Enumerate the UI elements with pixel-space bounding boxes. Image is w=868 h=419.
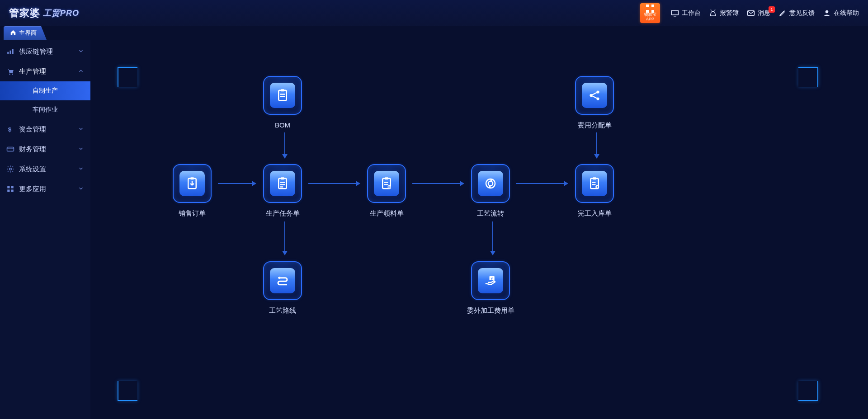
tabstrip: 主界面 (0, 26, 868, 40)
svg-rect-19 (278, 90, 287, 101)
workflow-canvas: BOM 费用分配单 销售订单 (90, 40, 868, 419)
arrow-down-icon (594, 132, 599, 159)
brand-logo: 管家婆 工贸PRO (9, 6, 79, 20)
sidebar-item-selfmade-label: 自制生产 (33, 87, 58, 95)
node-finish-in[interactable]: 完工入库单 (570, 164, 619, 218)
node-process-route-label: 工艺路线 (269, 306, 296, 315)
header-alarmbook[interactable]: 报警簿 (709, 9, 739, 17)
grid-icon (6, 185, 14, 193)
sidebar-item-workshop[interactable]: 车间作业 (0, 100, 90, 119)
node-routing-flow[interactable]: 工艺流转 (466, 164, 515, 218)
card-icon (6, 145, 14, 153)
arrow-down-icon (490, 221, 495, 255)
qr-icon (646, 5, 654, 13)
arrow-right-icon (218, 181, 256, 186)
node-prod-task[interactable]: 生产任务单 (258, 164, 307, 218)
arrow-down-icon (282, 221, 288, 255)
header-help-label: 在线帮助 (834, 9, 859, 17)
clipboard-list-icon (270, 171, 295, 196)
canvas-frame: BOM 费用分配单 销售订单 (118, 67, 818, 401)
sidebar-item-workshop-label: 车间作业 (33, 106, 58, 114)
arrow-right-icon (412, 181, 464, 186)
svg-rect-29 (190, 177, 194, 179)
app-badge-line2: APP (646, 17, 654, 22)
svg-rect-17 (7, 190, 9, 192)
header-help[interactable]: 在线帮助 (823, 9, 859, 17)
sidebar-group-system[interactable]: 系统设置 (0, 159, 90, 179)
node-prod-task-label: 生产任务单 (266, 209, 300, 218)
header-workbench[interactable]: 工作台 (671, 9, 701, 17)
chevron-down-icon (78, 185, 84, 193)
svg-rect-20 (281, 89, 284, 91)
clipboard-pick-icon: 领 (374, 171, 399, 196)
svg-rect-15 (7, 186, 9, 188)
app-header: 管家婆 工贸PRO 物联宝 APP 工作台 报警簿 消息 1 (0, 0, 868, 26)
sidebar-group-moreapps[interactable]: 更多应用 (0, 179, 90, 199)
svg-rect-0 (672, 10, 679, 15)
node-sales-order-label: 销售订单 (179, 209, 206, 218)
iot-app-badge[interactable]: 物联宝 APP (640, 3, 660, 23)
svg-rect-6 (7, 52, 9, 54)
messages-badge: 1 (769, 6, 775, 13)
node-material-req[interactable]: 领 生产领料单 (362, 164, 411, 218)
svg-rect-18 (11, 190, 14, 192)
arrow-right-icon (308, 181, 360, 186)
svg-point-9 (9, 74, 10, 75)
sidebar-group-moreapps-label: 更多应用 (19, 185, 46, 193)
svg-text:$: $ (8, 126, 12, 133)
arrow-right-icon (516, 181, 568, 186)
frame-corner (798, 381, 818, 401)
monitor-icon (671, 9, 679, 17)
edit-icon (778, 9, 787, 17)
svg-rect-36 (385, 177, 388, 179)
chevron-down-icon (78, 48, 84, 56)
sidebar-group-production[interactable]: 生产管理 (0, 61, 90, 81)
svg-rect-7 (10, 51, 11, 54)
clipboard-icon (270, 83, 295, 108)
sidebar-item-selfmade[interactable]: 自制生产 (0, 81, 90, 100)
svg-rect-8 (12, 49, 14, 54)
mail-icon (747, 9, 755, 17)
svg-rect-31 (281, 177, 284, 179)
sidebar-group-fund[interactable]: $ 资金管理 (0, 119, 90, 139)
clipboard-download-icon (179, 171, 205, 196)
node-material-req-label: 生产领料单 (370, 209, 404, 218)
svg-point-10 (12, 74, 13, 75)
header-actions: 物联宝 APP 工作台 报警簿 消息 1 意见反馈 (640, 3, 859, 23)
node-bom[interactable]: BOM (258, 76, 307, 129)
brand-product: 工贸PRO (43, 8, 79, 19)
node-outsource-fee[interactable]: ¥ 委外加工费用单 (466, 261, 515, 315)
node-sales-order[interactable]: 销售订单 (167, 164, 217, 218)
home-icon (10, 29, 16, 37)
tab-main[interactable]: 主界面 (4, 26, 47, 40)
header-messages[interactable]: 消息 1 (747, 9, 770, 17)
arrow-down-icon (282, 132, 288, 159)
sidebar-group-supply[interactable]: 供应链管理 (0, 42, 90, 61)
sidebar-production-children: 自制生产 车间作业 (0, 81, 90, 119)
chevron-down-icon (78, 146, 84, 153)
frame-corner (118, 381, 137, 401)
hand-money-icon: ¥ (478, 268, 503, 293)
sidebar-group-supply-label: 供应链管理 (19, 47, 53, 56)
frame-corner (118, 67, 137, 87)
chart-up-icon (6, 47, 14, 56)
node-cost-alloc[interactable]: 费用分配单 (570, 76, 619, 130)
sidebar-group-system-label: 系统设置 (19, 165, 46, 174)
dollar-icon: $ (6, 125, 14, 133)
frame-corner (798, 67, 818, 87)
svg-point-14 (9, 168, 12, 170)
node-process-route[interactable]: 工艺路线 (258, 261, 307, 315)
share-icon (582, 83, 607, 108)
node-cost-alloc-label: 费用分配单 (578, 121, 612, 130)
svg-rect-43 (593, 177, 596, 179)
chevron-down-icon (78, 165, 84, 173)
tab-main-label: 主界面 (19, 29, 37, 37)
chevron-down-icon (78, 126, 84, 133)
brand-name-cn: 管家婆 (9, 6, 40, 20)
sidebar: 供应链管理 生产管理 自制生产 车间作业 $ (0, 40, 90, 419)
gear-icon (6, 165, 14, 173)
svg-line-2 (711, 9, 712, 10)
header-feedback[interactable]: 意见反馈 (778, 9, 815, 17)
sidebar-group-finance-label: 财务管理 (19, 145, 46, 154)
sidebar-group-finance[interactable]: 财务管理 (0, 139, 90, 159)
